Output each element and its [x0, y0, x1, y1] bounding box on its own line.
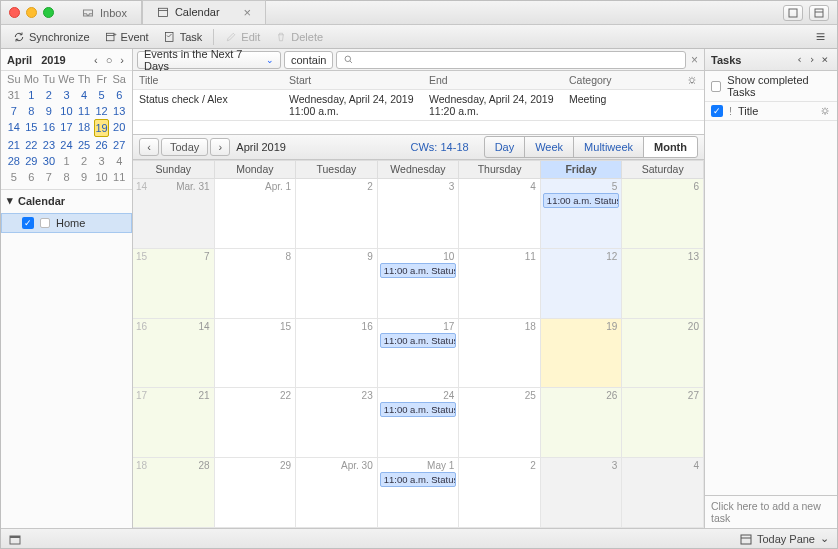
day-cell[interactable]: 29: [215, 458, 297, 528]
mini-day[interactable]: 23: [40, 137, 58, 153]
new-task-button[interactable]: Task: [158, 29, 209, 45]
calendar-event[interactable]: 11:00 a.m. Status ...: [543, 193, 620, 208]
mini-day[interactable]: 21: [5, 137, 23, 153]
calendar-event[interactable]: 11:00 a.m. Status ...: [380, 263, 457, 278]
mini-day[interactable]: 11: [75, 103, 93, 119]
operator-dropdown[interactable]: contain: [284, 51, 333, 69]
mini-day[interactable]: 7: [5, 103, 23, 119]
day-cell[interactable]: 3: [541, 458, 623, 528]
view-multiweek[interactable]: Multiweek: [573, 136, 644, 158]
layout-button-1[interactable]: [783, 5, 803, 21]
today-nav-button[interactable]: ○: [104, 54, 115, 66]
mini-day[interactable]: 7: [40, 169, 58, 185]
day-cell[interactable]: 18: [459, 319, 541, 389]
tasks-prev-button[interactable]: ‹: [793, 53, 806, 66]
month-grid[interactable]: SundayMondayTuesdayWednesdayThursdayFrid…: [133, 160, 704, 528]
day-cell[interactable]: 3: [378, 179, 460, 249]
show-completed-toggle[interactable]: Show completed Tasks: [705, 71, 837, 102]
view-week[interactable]: Week: [524, 136, 574, 158]
mini-day[interactable]: 15: [23, 119, 41, 137]
mini-day[interactable]: 17: [58, 119, 76, 137]
new-event-button[interactable]: +Event: [99, 29, 155, 45]
day-cell[interactable]: 19: [541, 319, 623, 389]
calendar-event[interactable]: 11:00 a.m. Status ...: [380, 333, 457, 348]
day-cell[interactable]: 8: [215, 249, 297, 319]
mini-day[interactable]: 10: [58, 103, 76, 119]
today-button[interactable]: Today: [161, 138, 208, 156]
next-month-button[interactable]: ›: [118, 54, 126, 66]
add-task-input[interactable]: Click here to add a new task: [705, 495, 837, 528]
day-cell[interactable]: 11: [459, 249, 541, 319]
prev-period-button[interactable]: ‹: [139, 138, 159, 156]
mini-day[interactable]: 3: [93, 153, 111, 169]
tab-calendar[interactable]: Calendar ×: [142, 0, 266, 24]
day-cell[interactable]: 23: [296, 388, 378, 458]
mini-day[interactable]: 25: [75, 137, 93, 153]
window-zoom-button[interactable]: [43, 7, 54, 18]
window-close-button[interactable]: [9, 7, 20, 18]
view-day[interactable]: Day: [484, 136, 526, 158]
day-cell[interactable]: 20: [622, 319, 704, 389]
mini-day[interactable]: 5: [5, 169, 23, 185]
today-pane-toggle[interactable]: Today Pane ⌄: [740, 532, 829, 545]
day-cell[interactable]: 4: [459, 179, 541, 249]
mini-day[interactable]: 8: [23, 103, 41, 119]
mini-day[interactable]: 3: [58, 87, 76, 103]
search-input[interactable]: [336, 51, 686, 69]
mini-day[interactable]: 2: [75, 153, 93, 169]
tasks-column-header[interactable]: ✓ ! Title ⛭: [705, 102, 837, 121]
layout-button-2[interactable]: [809, 5, 829, 21]
day-cell[interactable]: 25: [459, 388, 541, 458]
next-period-button[interactable]: ›: [210, 138, 230, 156]
mini-day[interactable]: 31: [5, 87, 23, 103]
mini-day[interactable]: 27: [110, 137, 128, 153]
prev-month-button[interactable]: ‹: [92, 54, 100, 66]
tasks-next-button[interactable]: ›: [806, 53, 819, 66]
mini-day[interactable]: 5: [93, 87, 111, 103]
mini-day[interactable]: 13: [110, 103, 128, 119]
range-dropdown[interactable]: Events in the Next 7 Days⌄: [137, 51, 281, 69]
mini-day[interactable]: 8: [58, 169, 76, 185]
mini-calendar[interactable]: 3112345678910111213141516171819202122232…: [1, 87, 132, 189]
day-cell[interactable]: 1416: [133, 319, 215, 389]
day-cell[interactable]: May 111:00 a.m. Status ...: [378, 458, 460, 528]
mini-day[interactable]: 22: [23, 137, 41, 153]
mini-day[interactable]: 14: [5, 119, 23, 137]
hamburger-icon[interactable]: ≡: [810, 28, 831, 46]
day-cell[interactable]: 27: [622, 388, 704, 458]
day-cell[interactable]: 715: [133, 249, 215, 319]
mini-day[interactable]: 6: [110, 87, 128, 103]
day-cell[interactable]: 12: [541, 249, 623, 319]
day-cell[interactable]: 16: [296, 319, 378, 389]
day-cell[interactable]: Apr. 30: [296, 458, 378, 528]
mini-day[interactable]: 6: [23, 169, 41, 185]
tasks-close-button[interactable]: ×: [818, 53, 831, 66]
mini-day[interactable]: 26: [93, 137, 111, 153]
window-minimize-button[interactable]: [26, 7, 37, 18]
clear-filter-button[interactable]: ×: [689, 53, 700, 67]
mini-day[interactable]: 11: [110, 169, 128, 185]
mini-day[interactable]: 1: [58, 153, 76, 169]
event-row[interactable]: Status check / AlexWednesday, April 24, …: [133, 90, 704, 121]
mini-day[interactable]: 9: [40, 103, 58, 119]
checkbox-checked-icon[interactable]: ✓: [22, 217, 34, 229]
day-cell[interactable]: 2117: [133, 388, 215, 458]
calendars-heading[interactable]: ▾Calendar: [1, 190, 132, 211]
day-cell[interactable]: 13: [622, 249, 704, 319]
day-cell[interactable]: 2: [296, 179, 378, 249]
mini-day[interactable]: 12: [93, 103, 111, 119]
day-cell[interactable]: 2: [459, 458, 541, 528]
mini-day[interactable]: 4: [110, 153, 128, 169]
day-cell[interactable]: Mar. 3114: [133, 179, 215, 249]
day-cell[interactable]: 2818: [133, 458, 215, 528]
column-picker-icon[interactable]: ⛭: [680, 74, 698, 86]
day-cell[interactable]: 2411:00 a.m. Status ...: [378, 388, 460, 458]
day-cell[interactable]: 26: [541, 388, 623, 458]
mini-day[interactable]: 9: [75, 169, 93, 185]
mini-day[interactable]: 2: [40, 87, 58, 103]
task-column-picker-icon[interactable]: ⛭: [820, 105, 831, 117]
tab-inbox[interactable]: Inbox: [68, 1, 142, 25]
event-list-header[interactable]: Title Start End Category ⛭: [133, 71, 704, 90]
mini-day[interactable]: 10: [93, 169, 111, 185]
checkbox-empty-icon[interactable]: [711, 81, 721, 92]
